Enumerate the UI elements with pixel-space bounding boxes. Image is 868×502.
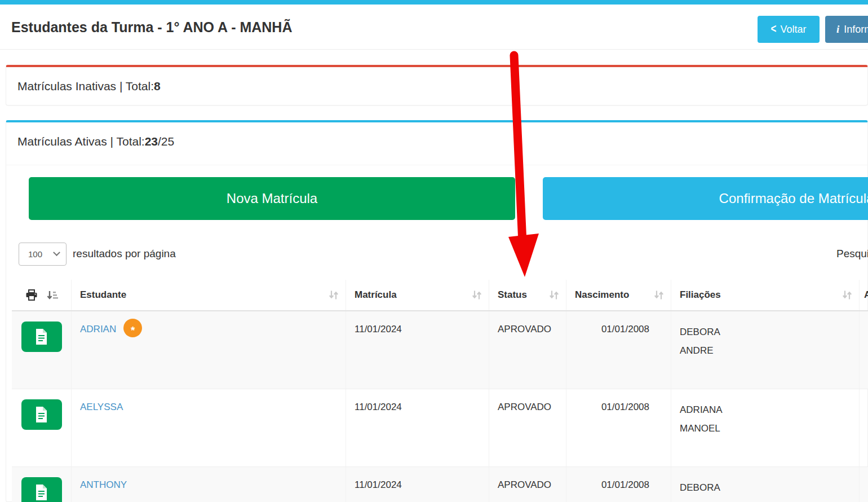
table-header-row: Estudante Matrícula Status xyxy=(12,280,868,311)
table-row: ANTHONY 11/01/2024 APROVADO 01/01/2008 D… xyxy=(12,467,868,502)
status-cell: APROVADO xyxy=(489,389,566,466)
column-label: Estudante xyxy=(80,289,126,301)
document-icon xyxy=(34,328,48,345)
table-body: ADRIAN * 11/01/2024 APROVADO 01/01/2008 … xyxy=(12,311,868,502)
parents-cell: ADRIANA MANOEL xyxy=(671,389,860,466)
info-button-label: Informações xyxy=(844,24,868,36)
results-per-page-label: resultados por página xyxy=(73,248,176,260)
parents-cell: DEBORA ANDRE xyxy=(671,311,860,389)
active-capacity-value: /25 xyxy=(158,135,174,148)
inactive-total-value: 8 xyxy=(154,80,161,93)
page-size-value: 100 xyxy=(28,249,42,259)
panel-divider xyxy=(6,165,867,165)
column-label: Matrícula xyxy=(355,289,397,301)
column-label: Status xyxy=(498,289,527,301)
column-label: Nascimento xyxy=(575,289,629,301)
info-icon: i xyxy=(836,23,839,36)
student-record-button[interactable] xyxy=(21,399,62,430)
student-record-button[interactable] xyxy=(21,477,62,502)
parent-name: MANOEL xyxy=(680,419,851,438)
students-page: Estudantes da Turma - 1° ANO A - MANHÃ <… xyxy=(0,0,868,502)
active-total-value: 23 xyxy=(145,135,158,148)
parent-name: DEBORA xyxy=(680,478,851,497)
back-button[interactable]: < Voltar xyxy=(758,16,820,43)
column-label: Filiações xyxy=(680,289,721,301)
back-button-label: Voltar xyxy=(780,24,806,36)
new-enrollment-button[interactable]: Nova Matrícula xyxy=(29,177,515,220)
chevron-left-icon: < xyxy=(771,23,777,37)
parents-cell: DEBORA ANDRE xyxy=(671,467,860,502)
column-header-status[interactable]: Status xyxy=(489,280,566,310)
actions-cell xyxy=(860,467,868,502)
page-header: Estudantes da Turma - 1° ANO A - MANHÃ <… xyxy=(0,5,868,50)
asterisk: * xyxy=(131,324,135,337)
status-cell: APROVADO xyxy=(489,467,566,502)
table-row: AELYSSA 11/01/2024 APROVADO 01/01/2008 A… xyxy=(12,389,868,467)
chevron-down-icon xyxy=(53,249,60,256)
info-button[interactable]: i Informações xyxy=(825,16,868,43)
page-size-select[interactable]: 100 xyxy=(19,243,67,266)
print-icon[interactable] xyxy=(25,289,38,301)
active-enrollments-title: Matrículas Ativas | Total: 23/25 xyxy=(17,122,174,161)
sort-icon[interactable] xyxy=(654,290,664,300)
birth-date-cell: 01/01/2008 xyxy=(566,311,671,389)
new-enrollment-label: Nova Matrícula xyxy=(227,191,317,206)
search-label: Pesquisar: xyxy=(836,248,868,260)
enrollment-confirmation-button[interactable]: Confirmação de Matrícula xyxy=(543,177,868,220)
top-accent-bar xyxy=(0,0,868,5)
student-link[interactable]: AELYSSA xyxy=(80,400,123,414)
enrollment-date-cell: 11/01/2024 xyxy=(346,389,489,466)
document-icon xyxy=(34,406,48,423)
page-title: Estudantes da Turma - 1° ANO A - MANHÃ xyxy=(11,5,292,50)
column-header-parents[interactable]: Filiações xyxy=(671,280,860,310)
sort-amount-icon[interactable] xyxy=(47,290,58,300)
students-table: Estudante Matrícula Status xyxy=(12,280,868,502)
actions-cell xyxy=(860,389,868,466)
parent-name: ANDRE xyxy=(680,341,851,360)
inactive-total-label: Matrículas Inativas | Total: xyxy=(17,80,154,93)
inactive-enrollments-panel: Matrículas Inativas | Total: 8 xyxy=(6,65,868,105)
inactive-enrollments-title: Matrículas Inativas | Total: 8 xyxy=(17,67,161,105)
actions-cell xyxy=(860,311,868,389)
column-header-student[interactable]: Estudante xyxy=(72,280,346,310)
enrollment-date-cell: 11/01/2024 xyxy=(346,311,489,389)
status-asterisk-badge: * xyxy=(123,319,142,337)
parent-name: DEBORA xyxy=(680,323,851,341)
table-row: ADRIAN * 11/01/2024 APROVADO 01/01/2008 … xyxy=(12,311,868,389)
print-column-header[interactable] xyxy=(12,280,72,310)
birth-date-cell: 01/01/2008 xyxy=(566,389,671,466)
birth-date-cell: 01/01/2008 xyxy=(566,467,671,502)
sort-icon[interactable] xyxy=(329,290,339,300)
status-cell: APROVADO xyxy=(489,311,566,389)
document-icon xyxy=(34,484,48,501)
student-link[interactable]: ADRIAN xyxy=(80,323,116,336)
column-header-actions[interactable]: Ações xyxy=(860,280,868,310)
active-total-label: Matrículas Ativas | Total: xyxy=(17,135,145,148)
student-link[interactable]: ANTHONY xyxy=(80,478,127,492)
enrollment-confirmation-label: Confirmação de Matrícula xyxy=(719,191,868,206)
sort-icon[interactable] xyxy=(472,290,482,300)
active-enrollments-panel: Matrículas Ativas | Total: 23/25 Nova Ma… xyxy=(6,120,868,502)
parent-name: ANDRE xyxy=(680,497,851,502)
student-record-button[interactable] xyxy=(21,322,62,352)
column-label: Ações xyxy=(864,289,868,301)
column-header-birth[interactable]: Nascimento xyxy=(566,280,671,310)
column-header-enrollment[interactable]: Matrícula xyxy=(346,280,489,310)
enrollment-date-cell: 11/01/2024 xyxy=(346,467,489,502)
sort-icon[interactable] xyxy=(549,290,559,300)
sort-icon[interactable] xyxy=(842,290,852,300)
parent-name: ADRIANA xyxy=(680,400,851,419)
